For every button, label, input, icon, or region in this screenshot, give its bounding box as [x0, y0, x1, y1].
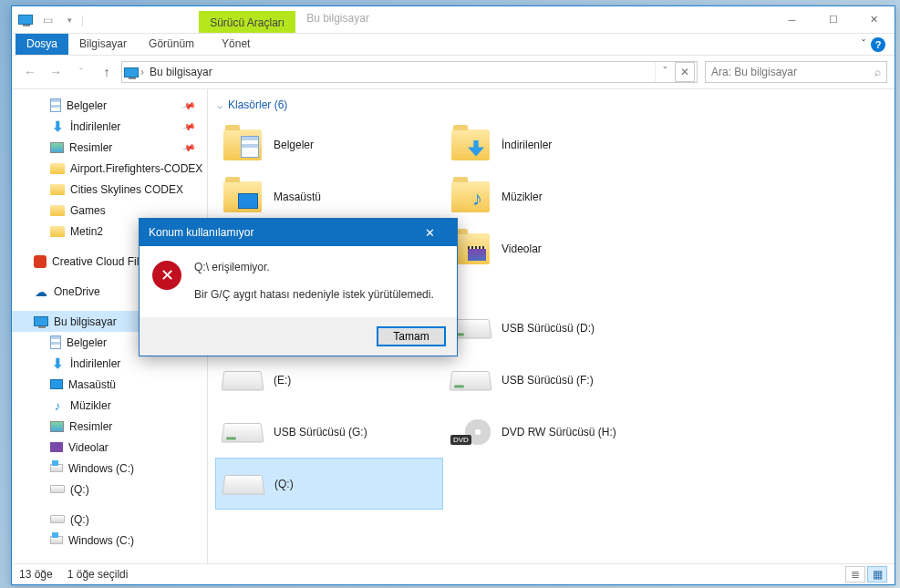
group-header-label: Klasörler (6) [228, 98, 287, 111]
breadcrumb[interactable]: Bu bilgisayar [146, 66, 216, 78]
ribbon: Dosya Bilgisayar Görünüm Yönet ˇ ? [12, 34, 895, 56]
tab-file[interactable]: Dosya [16, 34, 68, 55]
group-header-folders[interactable]: ⌵ Klasörler (6) [215, 93, 887, 119]
navigation-bar: ← → ˇ ↑ › Bu bilgisayar ˇ ✕ Ara: Bu bilg… [12, 56, 895, 88]
pin-icon: 📌 [181, 119, 196, 134]
dialog-close-button[interactable]: ✕ [411, 226, 448, 240]
view-details-button[interactable]: ≣ [845, 566, 865, 583]
tree-item-label: Cities Skylines CODEX [70, 183, 183, 196]
ribbon-expand-icon[interactable]: ˇ [862, 38, 865, 51]
qat-dropdown-icon[interactable]: ▾ [59, 10, 79, 30]
dialog-title: Konum kullanılamıyor [149, 226, 253, 239]
chevron-down-icon[interactable]: ⌵ [217, 100, 222, 110]
quick-access-toolbar: ▭ ▾ | [12, 6, 88, 33]
minimize-button[interactable]: ─ [771, 6, 812, 33]
folder-label: İndirilenler [502, 139, 552, 151]
tree-item[interactable]: (Q:) [12, 509, 207, 530]
tree-item-label: Windows (C:) [68, 462, 134, 475]
drive-item[interactable]: (Q:) [215, 458, 443, 510]
drive-label: USB Sürücüsü (G:) [274, 426, 367, 438]
drive-label: DVD RW Sürücüsü (H:) [502, 426, 616, 438]
tree-item-label: İndirilenler [70, 120, 120, 133]
tree-item-label: Creative Cloud Files [52, 255, 150, 268]
drive-icon [221, 362, 264, 398]
drive-item[interactable]: USB Sürücüsü (D:) [443, 302, 671, 354]
tree-item-label: Games [70, 204, 106, 217]
drive-icon: DVD [449, 414, 492, 450]
pin-icon: 📌 [181, 98, 196, 113]
dialog-message-1: Q:\ erişilemiyor. [194, 261, 434, 273]
error-dialog: Konum kullanılamıyor ✕ ✕ Q:\ erişilemiyo… [139, 218, 458, 356]
folder-icon [449, 179, 492, 215]
drive-icon [222, 466, 265, 502]
window-controls: ─ ☐ ✕ [771, 6, 895, 33]
up-button[interactable]: ↑ [96, 61, 118, 83]
ok-button[interactable]: Tamam [377, 326, 446, 346]
search-input[interactable]: Ara: Bu bilgisayar ⌕ [705, 61, 887, 83]
tree-item[interactable]: Windows (C:) [12, 530, 207, 551]
dialog-titlebar[interactable]: Konum kullanılamıyor ✕ [140, 219, 457, 246]
folder-item[interactable]: Belgeler [215, 119, 443, 170]
error-icon: ✕ [152, 261, 181, 290]
view-large-icons-button[interactable]: ▦ [867, 566, 887, 583]
app-icon [16, 10, 36, 30]
status-bar: 13 öğe 1 öğe seçildi ≣ ▦ [12, 563, 895, 584]
tree-item-label: Masaüstü [68, 378, 116, 391]
chevron-right-icon[interactable]: › [139, 66, 146, 78]
folder-item[interactable]: İndirilenler [443, 119, 671, 170]
tab-view[interactable]: Görünüm [138, 34, 205, 55]
tree-item[interactable]: ♪Müzikler [12, 395, 207, 416]
recent-locations-button[interactable]: ˇ [70, 61, 92, 83]
folder-label: Müzikler [502, 191, 543, 203]
folder-label: Videolar [502, 242, 542, 255]
tab-manage[interactable]: Yönet [211, 34, 261, 55]
qat-properties-icon[interactable]: ▭ [37, 10, 57, 30]
forward-button[interactable]: → [45, 61, 67, 83]
folder-icon [221, 127, 264, 163]
search-placeholder: Ara: Bu bilgisayar [711, 66, 797, 78]
tree-item-label: Bu bilgisayar [54, 315, 117, 328]
refresh-icon[interactable]: ✕ [675, 62, 695, 82]
tree-item-label: Airport.Firefighters-CODEX [70, 162, 202, 175]
tree-item[interactable]: Airport.Firefighters-CODEX [12, 158, 207, 179]
tree-item[interactable]: Cities Skylines CODEX [12, 179, 207, 200]
tree-item[interactable]: Resimler [12, 416, 207, 437]
tree-item-label: Videolar [68, 441, 109, 454]
tree-item-label: Resimler [69, 141, 112, 154]
tree-item[interactable]: Windows (C:) [12, 458, 207, 479]
folder-item[interactable]: Videolar [443, 222, 671, 274]
address-bar[interactable]: › Bu bilgisayar ˇ ✕ [121, 61, 698, 83]
folder-item[interactable]: Masaüstü [215, 170, 443, 222]
drive-icon [449, 362, 492, 398]
drive-label: (E:) [274, 374, 291, 387]
search-icon: ⌕ [874, 66, 881, 78]
back-button[interactable]: ← [19, 61, 41, 83]
drive-icon [221, 414, 264, 450]
maximize-button[interactable]: ☐ [812, 6, 853, 33]
tree-item[interactable]: Belgeler📌 [12, 95, 207, 116]
dialog-message-2: Bir G/Ç aygıt hatası nedeniyle istek yür… [194, 288, 434, 301]
tree-item[interactable]: ⬇İndirilenler📌 [12, 116, 207, 137]
tree-item[interactable]: Masaüstü [12, 374, 207, 395]
tab-computer[interactable]: Bilgisayar [68, 34, 138, 55]
drive-item[interactable]: (E:) [215, 354, 443, 406]
window-title: Bu bilgisayar [295, 6, 771, 33]
tree-item[interactable]: (Q:) [12, 479, 207, 500]
drive-label: USB Sürücüsü (F:) [502, 374, 594, 387]
tree-item[interactable]: Resimler📌 [12, 137, 207, 158]
tree-item-label: İndirilenler [70, 357, 120, 370]
address-dropdown-icon[interactable]: ˇ [655, 62, 675, 82]
help-icon[interactable]: ? [871, 37, 885, 52]
folder-icon [221, 179, 264, 215]
drive-item[interactable]: USB Sürücüsü (F:) [443, 354, 671, 406]
close-button[interactable]: ✕ [853, 6, 895, 33]
folder-item[interactable]: Müzikler [443, 170, 671, 222]
drive-item[interactable]: DVDDVD RW Sürücüsü (H:) [443, 406, 671, 458]
pc-icon [124, 67, 139, 77]
contextual-tab-drive-tools[interactable]: Sürücü Araçları [199, 11, 295, 33]
drive-item[interactable]: USB Sürücüsü (G:) [215, 406, 443, 458]
folder-label: Belgeler [274, 139, 314, 151]
folder-label: Masaüstü [274, 191, 321, 203]
tree-item-label: (Q:) [70, 483, 89, 496]
tree-item[interactable]: Videolar [12, 437, 207, 458]
